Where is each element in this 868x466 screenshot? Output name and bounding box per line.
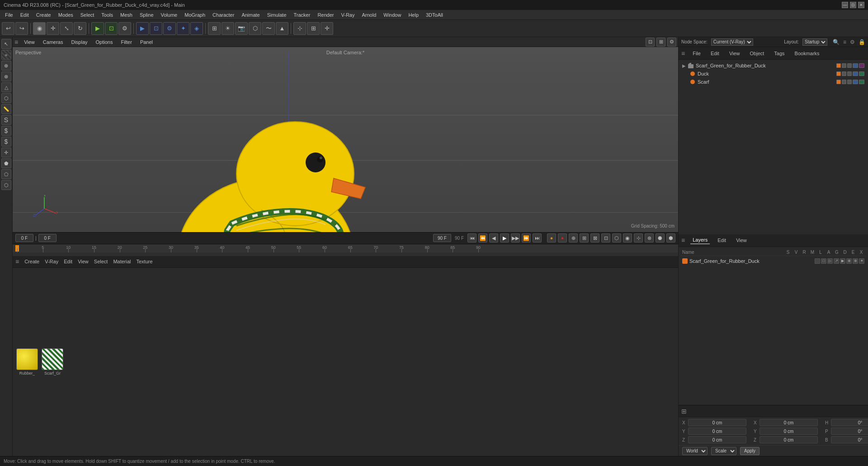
- next-frame-button[interactable]: ⏩: [522, 233, 531, 243]
- layers-tab-label[interactable]: Layers: [690, 236, 710, 244]
- menu-spline[interactable]: Spline: [137, 11, 157, 19]
- tree-item-duck[interactable]: Duck: [680, 70, 866, 78]
- toolbar-vray-ipr[interactable]: ⊡: [150, 22, 162, 35]
- timeline-mode6[interactable]: ⊗: [645, 233, 654, 243]
- mat-menu-view[interactable]: View: [78, 259, 89, 264]
- obj-tab-file[interactable]: File: [690, 50, 703, 57]
- toolbar-object[interactable]: ⬡: [249, 22, 261, 35]
- material-menu-icon[interactable]: ≡: [15, 258, 19, 265]
- y-rot-input[interactable]: [760, 428, 818, 435]
- y-pos-input[interactable]: [688, 428, 746, 435]
- start-frame-input[interactable]: [15, 234, 33, 242]
- timeline-mode8[interactable]: ⬢: [666, 233, 675, 243]
- toolbar-camera[interactable]: 📷: [235, 22, 248, 35]
- layers-edit-tab[interactable]: Edit: [715, 237, 728, 244]
- toolbar-spline[interactable]: 〜: [262, 22, 275, 35]
- mat-menu-material[interactable]: Material: [113, 259, 131, 264]
- vp-expand[interactable]: ⊡: [646, 38, 655, 47]
- tool-sculpt[interactable]: ⬠: [1, 169, 11, 179]
- viewport-canvas[interactable]: Perspective Default Camera:*: [13, 47, 678, 232]
- goto-end-button[interactable]: ⏭: [533, 233, 542, 243]
- transform-mode-select[interactable]: Scale: [711, 447, 736, 455]
- viewport-menu-icon[interactable]: ≡: [14, 38, 18, 46]
- vp-layout[interactable]: ⊞: [656, 38, 665, 47]
- tool-axis1[interactable]: ⊕: [1, 61, 11, 71]
- search-icon[interactable]: 🔍: [833, 39, 840, 45]
- tool-selection[interactable]: ↖: [1, 39, 11, 49]
- toolbar-deform[interactable]: ⊞: [208, 22, 221, 35]
- end-frame-input[interactable]: [433, 234, 451, 242]
- layers-menu-icon[interactable]: ≡: [681, 237, 685, 244]
- mat-menu-edit[interactable]: Edit: [64, 259, 72, 264]
- tool-axis3[interactable]: △: [1, 82, 11, 92]
- menu-simulate[interactable]: Simulate: [264, 11, 290, 19]
- tool-curve1[interactable]: S: [1, 115, 11, 125]
- timeline-track[interactable]: [13, 252, 678, 256]
- menu-character[interactable]: Character: [209, 11, 237, 19]
- toolbar-rotate[interactable]: ↻: [74, 22, 86, 35]
- play-button[interactable]: ▶: [500, 233, 509, 243]
- toolbar-render[interactable]: ▶: [91, 22, 104, 35]
- key-mode[interactable]: ●: [547, 233, 556, 243]
- maximize-button[interactable]: ⊡: [850, 2, 856, 8]
- mat-menu-texture[interactable]: Texture: [137, 259, 153, 264]
- material-item-rubber[interactable]: Rubber_: [16, 348, 38, 376]
- obj-tab-bookmarks[interactable]: Bookmarks: [793, 50, 822, 57]
- vp-menu-options[interactable]: Options: [94, 38, 115, 46]
- vp-settings[interactable]: ⚙: [667, 38, 676, 47]
- menu-select[interactable]: Select: [77, 11, 98, 19]
- vp-menu-panel[interactable]: Panel: [138, 38, 155, 46]
- timeline-mode3[interactable]: ⬡: [612, 233, 621, 243]
- layer-deform-icon[interactable]: ⊗: [853, 258, 858, 264]
- menu-create[interactable]: Create: [33, 11, 54, 19]
- toolbar-vray-settings[interactable]: ⚙: [163, 22, 176, 35]
- layer-expr-icon[interactable]: ✦: [859, 258, 864, 264]
- tool-brush[interactable]: ⬟: [1, 158, 11, 168]
- toolbar-grid[interactable]: ⊞: [307, 22, 320, 35]
- menu-arnold[interactable]: Arnold: [359, 11, 379, 19]
- menu-tools[interactable]: Tools: [98, 11, 116, 19]
- tree-item-scarf[interactable]: Scarf: [680, 78, 866, 86]
- vp-menu-cameras[interactable]: Cameras: [41, 38, 66, 46]
- lock-icon[interactable]: 🔒: [859, 39, 865, 45]
- mat-menu-create[interactable]: Create: [24, 259, 39, 264]
- prev-frame-button[interactable]: ⏪: [478, 233, 487, 243]
- menu-window[interactable]: Window: [380, 11, 404, 19]
- menu-file[interactable]: File: [2, 11, 16, 19]
- toolbar-polygon[interactable]: ▲: [276, 22, 288, 35]
- toolbar-scale[interactable]: ⤡: [60, 22, 73, 35]
- toolbar-redo[interactable]: ↪: [15, 22, 28, 35]
- tool-deformer[interactable]: $: [1, 137, 11, 147]
- tool-measure[interactable]: 📏: [1, 104, 11, 114]
- toolbar-axis[interactable]: ✛: [321, 22, 333, 35]
- play-back-button[interactable]: ◀: [489, 233, 498, 243]
- x-rot-input[interactable]: [760, 419, 818, 426]
- vp-menu-view[interactable]: View: [22, 38, 37, 46]
- timeline-mode2[interactable]: ⊡: [601, 233, 610, 243]
- layer-motion-icon[interactable]: ↗: [834, 258, 839, 264]
- timeline-mode7[interactable]: ⬣: [656, 233, 665, 243]
- menu-mesh[interactable]: Mesh: [117, 11, 136, 19]
- toolbar-light[interactable]: ☀: [222, 22, 234, 35]
- toolbar-vray-scene[interactable]: ✦: [177, 22, 189, 35]
- obj-tab-tags[interactable]: Tags: [772, 50, 787, 57]
- toolbar-render-settings[interactable]: ⚙: [118, 22, 131, 35]
- motion-clip[interactable]: ⊞: [580, 233, 589, 243]
- tool-cube[interactable]: ⬡: [1, 93, 11, 103]
- auto-key[interactable]: ⊕: [569, 233, 578, 243]
- z-pos-input[interactable]: [688, 436, 746, 443]
- menu-animate[interactable]: Animate: [238, 11, 263, 19]
- tool-curve2[interactable]: $: [1, 126, 11, 136]
- obj-menu-icon[interactable]: ≡: [681, 50, 685, 57]
- timeline-mode[interactable]: ⊠: [590, 233, 599, 243]
- node-space-select[interactable]: Current (V-Ray): [711, 38, 753, 46]
- obj-tab-object[interactable]: Object: [748, 50, 767, 57]
- tool-move[interactable]: ✛: [1, 147, 11, 157]
- menu-edit[interactable]: Edit: [17, 11, 32, 19]
- menu-3dtoall[interactable]: 3DToAll: [423, 11, 446, 19]
- apply-button[interactable]: Apply: [740, 447, 760, 455]
- material-item-scarf[interactable]: Scarf_Gr: [42, 348, 63, 376]
- timeline-mode5[interactable]: ⊹: [634, 233, 643, 243]
- menu-vray[interactable]: V-Ray: [338, 11, 358, 19]
- menu-icon[interactable]: ≡: [843, 39, 846, 45]
